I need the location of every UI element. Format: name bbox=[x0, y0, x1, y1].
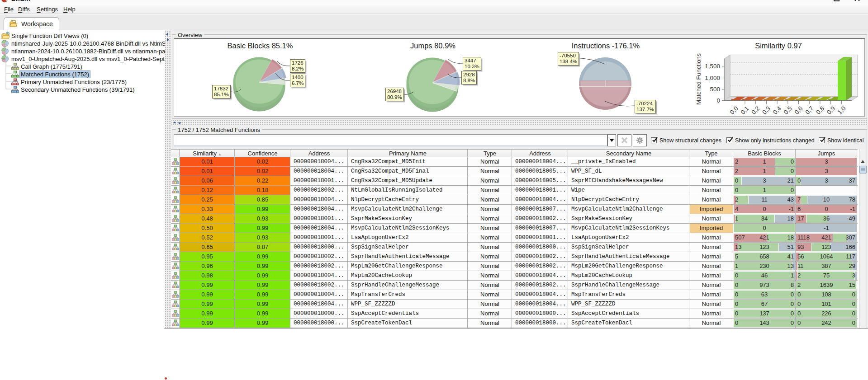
svg-text:0,8: 0,8 bbox=[815, 105, 825, 116]
svg-text:0,0: 0,0 bbox=[729, 105, 740, 116]
svg-text:1,000: 1,000 bbox=[705, 75, 720, 81]
svg-text:0,6: 0,6 bbox=[793, 105, 804, 116]
svg-text:0,4: 0,4 bbox=[772, 105, 783, 116]
svg-text:0,3: 0,3 bbox=[761, 105, 772, 116]
svg-text:0,7: 0,7 bbox=[804, 105, 815, 116]
svg-text:0,5: 0,5 bbox=[783, 105, 793, 116]
svg-text:1,500: 1,500 bbox=[705, 63, 720, 70]
svg-text:0,1: 0,1 bbox=[740, 105, 750, 116]
svg-text:0,2: 0,2 bbox=[750, 105, 761, 116]
svg-text:500: 500 bbox=[710, 86, 720, 93]
svg-text:Matched Functions: Matched Functions bbox=[695, 53, 702, 105]
svg-text:0: 0 bbox=[716, 97, 720, 104]
svg-text:1,0: 1,0 bbox=[836, 105, 847, 116]
svg-text:0,9: 0,9 bbox=[825, 105, 836, 116]
